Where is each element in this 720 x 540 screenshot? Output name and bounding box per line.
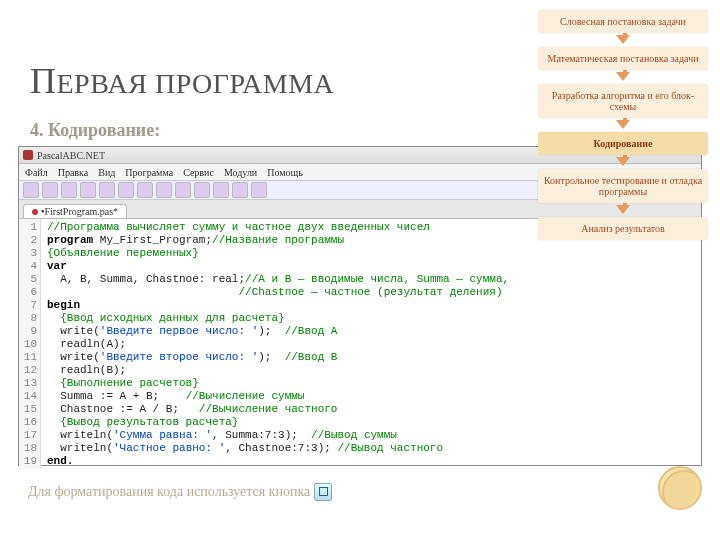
editor-tab-label: •FirstProgram.pas* xyxy=(41,206,118,217)
flow-step: Контрольное тестирование и отладка прогр… xyxy=(538,169,708,203)
tool-copy-icon[interactable] xyxy=(99,182,115,198)
line-number: 14 xyxy=(19,390,37,403)
line-number: 4 xyxy=(19,260,37,273)
line-number: 19 xyxy=(19,455,37,468)
ide-logo-icon xyxy=(23,150,33,160)
tool-redo-icon[interactable] xyxy=(156,182,172,198)
flow-arrow-icon xyxy=(616,120,630,129)
footer-note: Для форматирования кода используется кно… xyxy=(28,483,332,501)
title-rest: ЕРВАЯ ПРОГРАММА xyxy=(57,68,335,99)
code-line: {Выполнение расчетов} xyxy=(47,377,509,390)
line-number: 2 xyxy=(19,234,37,247)
menu-view[interactable]: Вид xyxy=(98,167,115,178)
ide-app-name: PascalABC.NET xyxy=(37,150,105,161)
line-number: 7 xyxy=(19,299,37,312)
flow-arrow-icon xyxy=(616,157,630,166)
flow-step: Кодирование xyxy=(538,132,708,155)
line-number: 11 xyxy=(19,351,37,364)
tool-save-icon[interactable] xyxy=(61,182,77,198)
code-line: //Chastnoe — частное (результат деления) xyxy=(47,286,509,299)
line-number: 12 xyxy=(19,364,37,377)
slide-title: ПЕРВАЯ ПРОГРАММА xyxy=(30,60,334,102)
code-line: {Вывод результатов расчета} xyxy=(47,416,509,429)
line-number: 13 xyxy=(19,377,37,390)
flow-step: Математическая постановка задачи xyxy=(538,47,708,70)
flow-arrow-icon xyxy=(616,72,630,81)
code-line: writeln('Частное равно: ', Chastnoe:7:3)… xyxy=(47,442,509,455)
decoration-disk-icon xyxy=(658,466,702,510)
code-line: begin xyxy=(47,299,509,312)
menu-help[interactable]: Помощь xyxy=(267,167,303,178)
code-line: readln(B); xyxy=(47,364,509,377)
tool-cut-icon[interactable] xyxy=(80,182,96,198)
code-line: end. xyxy=(47,455,509,468)
line-number: 17 xyxy=(19,429,37,442)
flow-arrow-icon xyxy=(616,205,630,214)
tool-new-icon[interactable] xyxy=(23,182,39,198)
line-number: 16 xyxy=(19,416,37,429)
menu-file[interactable]: Файл xyxy=(25,167,48,178)
slide-subtitle: 4. Кодирование: xyxy=(30,120,160,141)
tool-undo-icon[interactable] xyxy=(137,182,153,198)
line-number: 15 xyxy=(19,403,37,416)
line-number: 10 xyxy=(19,338,37,351)
code-line: writeln('Сумма равна: ', Summa:7:3); //В… xyxy=(47,429,509,442)
code-line: readln(A); xyxy=(47,338,509,351)
line-gutter: 12345678910111213141516171819 xyxy=(19,219,41,469)
menu-service[interactable]: Сервис xyxy=(183,167,214,178)
editor-tab[interactable]: •FirstProgram.pas* xyxy=(23,204,127,218)
code-line: write('Введите второе число: '); //Ввод … xyxy=(47,351,509,364)
tool-help-icon[interactable] xyxy=(251,182,267,198)
line-number: 9 xyxy=(19,325,37,338)
code-line: {Объявление переменных} xyxy=(47,247,509,260)
code-line: var xyxy=(47,260,509,273)
flow-arrow-icon xyxy=(616,35,630,44)
tool-step-icon[interactable] xyxy=(194,182,210,198)
menu-modules[interactable]: Модули xyxy=(224,167,257,178)
line-number: 1 xyxy=(19,221,37,234)
format-button-icon[interactable] xyxy=(314,483,332,501)
tool-stop-icon[interactable] xyxy=(213,182,229,198)
footer-text: Для форматирования кода используется кно… xyxy=(28,484,310,500)
title-big: П xyxy=(30,61,57,101)
tool-format-icon[interactable] xyxy=(232,182,248,198)
tool-paste-icon[interactable] xyxy=(118,182,134,198)
menu-edit[interactable]: Правка xyxy=(58,167,89,178)
code-body: //Программа вычисляет сумму и частное дв… xyxy=(41,219,509,469)
flow-panel: Словесная постановка задачиМатематическа… xyxy=(538,10,708,258)
flow-step: Словесная постановка задачи xyxy=(538,10,708,33)
line-number: 3 xyxy=(19,247,37,260)
line-number: 8 xyxy=(19,312,37,325)
line-number: 5 xyxy=(19,273,37,286)
tool-run-icon[interactable] xyxy=(175,182,191,198)
flow-step: Разработка алгоритма и его блок-схемы xyxy=(538,84,708,118)
tab-modified-icon xyxy=(32,209,38,215)
code-line: program My_First_Program;//Название прог… xyxy=(47,234,509,247)
line-number: 18 xyxy=(19,442,37,455)
menu-program[interactable]: Программа xyxy=(125,167,173,178)
code-line: //Программа вычисляет сумму и частное дв… xyxy=(47,221,509,234)
code-line: A, B, Summa, Chastnoe: real;//A и B — вв… xyxy=(47,273,509,286)
code-line: write('Введите первое число: '); //Ввод … xyxy=(47,325,509,338)
tool-open-icon[interactable] xyxy=(42,182,58,198)
line-number: 6 xyxy=(19,286,37,299)
code-line: {Ввод исходных данных для расчета} xyxy=(47,312,509,325)
code-line: Chastnoe := A / B; //Вычисление частного xyxy=(47,403,509,416)
code-line: Summa := A + B; //Вычисление суммы xyxy=(47,390,509,403)
flow-step: Анализ результатов xyxy=(538,217,708,240)
